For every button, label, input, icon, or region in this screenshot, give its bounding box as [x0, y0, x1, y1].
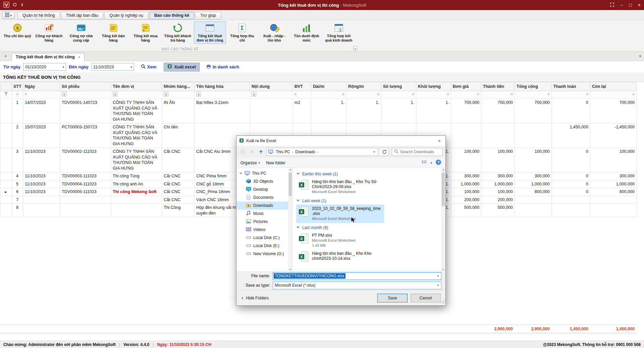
grid-cell[interactable]: 700,000 [481, 99, 515, 123]
grid-header-ind[interactable] [0, 82, 12, 91]
grid-cell[interactable] [0, 172, 12, 180]
grid-cell[interactable]: 0 [552, 180, 590, 188]
grid-cell[interactable] [590, 196, 637, 204]
grid-cell[interactable]: 100,000 [590, 148, 637, 172]
grid-cell[interactable]: TDV00001-140723 [60, 99, 111, 123]
menu-tab-0[interactable]: Quản trị hệ thống [17, 12, 60, 19]
grid-cell[interactable]: 1,000,000 [451, 180, 481, 188]
grid-cell[interactable]: 0 [552, 148, 590, 172]
table-row[interactable]: 114/07/2023TDV00001-140723CÔNG TY TNHH S… [0, 99, 637, 123]
grid-header-conlai[interactable]: Còn lại [590, 82, 637, 91]
grid-header-ngay[interactable]: Ngày [23, 82, 60, 91]
grid-cell[interactable]: 700,000 [590, 99, 637, 123]
grid-cell[interactable]: 700,000 [515, 99, 552, 123]
grid-cell[interactable]: 2 [12, 123, 23, 148]
ribbon-item-9[interactable]: Tồn dưới định mức [290, 21, 323, 44]
grid-cell[interactable] [111, 196, 162, 204]
grid-cell[interactable]: 100,000 [515, 148, 552, 172]
menu-tab-4[interactable]: Trợ giúp [195, 12, 221, 19]
grid-cell[interactable]: 200,000 [451, 196, 481, 204]
grid-cell[interactable] [451, 123, 481, 148]
grid-cell[interactable]: Cắt CNC [162, 148, 195, 172]
grid-cell[interactable]: 500,000 [451, 204, 481, 217]
ribbon-item-2[interactable]: Công nợ nhà cung cấp [65, 21, 97, 44]
grid-filter-row[interactable]: ==aaaaa========== [0, 91, 637, 99]
file-name-input[interactable]: TONGKETTHUEDONVITHICONG.xlsx ▾ [273, 272, 441, 280]
grid-filter-cell[interactable]: = [311, 91, 346, 99]
skin-circle-icon[interactable] [13, 3, 17, 8]
close-all-tabs-button[interactable]: × [3, 53, 9, 59]
grid-header-dvt[interactable]: ĐVT [293, 82, 311, 91]
ribbon-item-5[interactable]: Tổng kết khách trả hàng [162, 21, 194, 44]
sidebar-item-pictures[interactable]: Pictures [236, 218, 292, 226]
grid-cell[interactable]: CÔNG TY TNHH SẢN XUẤT QUẢNG CÁO VÀ THƯƠN… [111, 148, 162, 172]
filelist-scrollbar[interactable]: ▲ ▼ [441, 168, 445, 271]
grid-header-dongia[interactable]: Đơn giá [451, 82, 481, 91]
grid-cell[interactable]: 7 [12, 196, 23, 204]
cancel-button[interactable]: Cancel [411, 294, 441, 302]
grid-header-stt[interactable]: STT [12, 82, 23, 91]
grid-header-soluong[interactable]: Số lượng [381, 82, 416, 91]
grid-cell[interactable] [0, 99, 12, 123]
grid-filter-cell[interactable]: = [451, 91, 481, 99]
grid-cell[interactable] [0, 123, 12, 148]
grid-cell[interactable]: 3 [12, 148, 23, 172]
file-item[interactable]: XHàng tồn kho ban đầu _ Kho Kho chính202… [296, 249, 384, 265]
grid-cell[interactable]: 0 [552, 99, 590, 123]
grid-header-khoiluong[interactable]: Khối lượng [416, 82, 451, 91]
grid-cell[interactable]: CÔNG TY TNHH SẢN XUẤT QUẢNG CÁO VÀ THƯƠN… [111, 123, 162, 148]
grid-cell[interactable]: 100,000 [451, 148, 481, 172]
grid-cell[interactable]: 200,000 [481, 196, 515, 204]
fullscreen-icon[interactable] [610, 3, 614, 7]
grid-cell[interactable]: 8 [12, 204, 23, 217]
grid-cell[interactable]: IN ẤN [162, 99, 195, 123]
grid-cell[interactable]: CÔNG TY TNHH SẢN XUẤT QUẢNG CÁO VÀ THƯƠN… [111, 99, 162, 123]
grid-cell[interactable]: 0 [552, 188, 590, 196]
pin-icon[interactable] [20, 3, 24, 8]
grid-header-noidung[interactable]: Nội dung [250, 82, 293, 91]
grid-cell[interactable]: Bạt hiflex 3.2zem [195, 99, 250, 123]
grid-cell[interactable]: Cắt CNC [162, 196, 195, 204]
grid-header-thanhtoan[interactable]: Thanh toán [552, 82, 590, 91]
print-list-button[interactable]: In danh sách [206, 64, 239, 70]
grid-cell[interactable]: 11/10/2023 [23, 180, 60, 188]
grid-cell[interactable]: 1. [346, 99, 381, 123]
grid-cell[interactable]: TDV00003-111023 [60, 172, 111, 180]
grid-cell[interactable]: 1 [12, 99, 23, 123]
grid-filter-cell[interactable]: = [346, 91, 381, 99]
file-item[interactable]: XPT PM.xlsxMicrosoft Excel Worksheet1.43… [296, 231, 384, 250]
grid-header-tongcong[interactable]: Tổng cộng [515, 82, 552, 91]
ribbon-item-1[interactable]: Công nợ khách hàng [33, 21, 65, 44]
grid-cell[interactable] [250, 99, 293, 123]
grid-cell[interactable] [515, 196, 552, 204]
views-icon[interactable] [422, 160, 427, 166]
grid-cell[interactable]: TDV00005-111023 [60, 188, 111, 196]
organize-button[interactable]: Organize▾ [240, 161, 260, 165]
grid-cell[interactable] [515, 204, 552, 217]
grid-cell[interactable]: 100,000 [481, 188, 515, 196]
chevron-down-icon[interactable]: ▾ [372, 150, 377, 154]
menu-tab-2[interactable]: Quản lý nghiệp vụ [104, 12, 148, 19]
ribbon-item-0[interactable]: $Thu chi tồn quỹ [2, 21, 33, 40]
close-tab-icon[interactable]: × [78, 55, 80, 59]
save-button[interactable]: Save [377, 294, 408, 302]
export-excel-button[interactable]: XXuất excel [164, 63, 199, 71]
sidebar-item-new-volume-g[interactable]: New Volume (G:) [236, 250, 292, 258]
minimize-button[interactable]: − [620, 3, 623, 7]
grid-cell[interactable]: TDV00004-111023 [60, 180, 111, 188]
grid-cell[interactable] [552, 196, 590, 204]
grid-cell[interactable]: 1. [416, 99, 451, 123]
grid-filter-cell[interactable]: = [515, 91, 552, 99]
ribbon-item-3[interactable]: Tổng kết bán hàng [97, 21, 129, 44]
grid-filter-cell[interactable]: = [416, 91, 451, 99]
grid-header-tenhanghoa[interactable]: Tên hàng hóa [195, 82, 250, 91]
grid-cell[interactable] [0, 180, 12, 188]
chevron-down-icon[interactable]: ▾ [63, 65, 64, 69]
sidebar-item-this-pc[interactable]: This PC [236, 169, 292, 177]
help-icon[interactable]: ? [435, 159, 441, 166]
grid-cell[interactable]: 11/10/2023 [23, 148, 60, 172]
grid-cell[interactable]: m2 [293, 99, 311, 123]
address-bar[interactable]: This PC›Downloads› ▾ [266, 148, 378, 156]
chevron-down-icon[interactable]: ▾ [130, 65, 132, 69]
grid-cell[interactable]: 800,000 [590, 188, 637, 196]
